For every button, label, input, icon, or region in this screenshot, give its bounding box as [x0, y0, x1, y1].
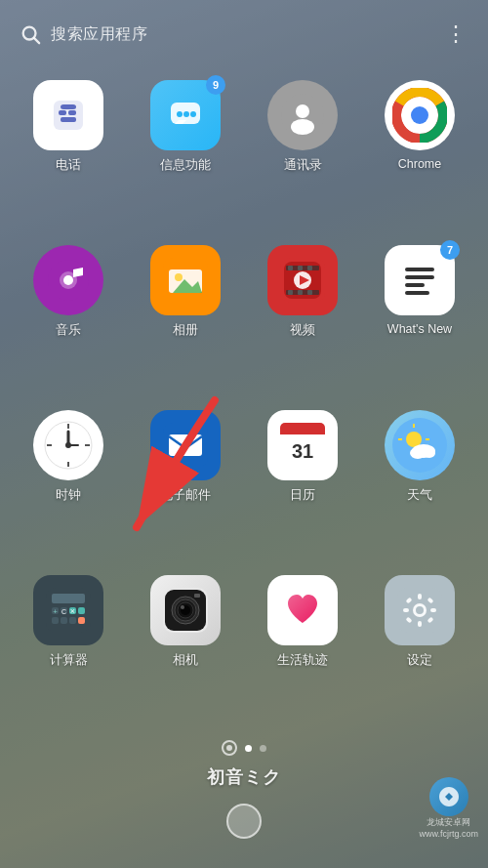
search-dot[interactable]	[222, 740, 237, 756]
svg-rect-87	[194, 594, 200, 598]
app-item-clock[interactable]: 时钟	[10, 400, 127, 565]
svg-text:31: 31	[292, 440, 313, 462]
settings-icon	[385, 575, 455, 645]
svg-rect-31	[298, 266, 303, 270]
svg-rect-56	[280, 429, 325, 434]
app-item-calculator[interactable]: + C × 计算器	[10, 565, 127, 730]
search-placeholder: 搜索应用程序	[51, 24, 147, 45]
svg-point-10	[190, 111, 196, 117]
watermark: 龙城安卓网www.fcjrtg.com	[419, 777, 478, 839]
svg-rect-79	[78, 617, 85, 624]
svg-rect-35	[307, 290, 312, 295]
search-bar[interactable]: 搜索应用程序 ⋮	[0, 8, 488, 61]
svg-point-86	[181, 605, 184, 609]
search-icon	[20, 23, 41, 45]
svg-rect-6	[61, 117, 76, 122]
svg-point-18	[411, 106, 428, 124]
svg-point-21	[63, 275, 73, 285]
email-icon	[150, 410, 221, 480]
svg-rect-41	[405, 283, 425, 287]
app-item-email[interactable]: 电子邮件	[127, 400, 244, 565]
app-item-whatsnew[interactable]: 7 What's New	[361, 235, 478, 400]
app-item-video[interactable]: 视频	[244, 235, 361, 400]
brand-text: 初音ミク	[207, 765, 281, 789]
svg-rect-38	[397, 258, 442, 303]
app-item-chrome[interactable]: Chrome	[361, 70, 478, 235]
chrome-icon	[385, 80, 455, 150]
app-grid: 电话 9 信息功能	[0, 61, 488, 740]
watermark-logo	[429, 777, 468, 816]
page-dot-inactive[interactable]	[260, 745, 266, 752]
svg-rect-93	[418, 621, 422, 627]
svg-rect-33	[288, 290, 293, 295]
music-label: 音乐	[56, 322, 81, 339]
app-item-message[interactable]: 9 信息功能	[127, 70, 244, 235]
svg-rect-34	[298, 290, 303, 295]
weather-label: 天气	[407, 487, 432, 504]
svg-point-9	[183, 111, 189, 117]
watermark-icon	[437, 785, 461, 808]
svg-line-1	[34, 38, 39, 43]
svg-rect-68	[52, 594, 85, 603]
settings-label: 设定	[407, 652, 432, 669]
app-item-phone[interactable]: 电话	[10, 70, 127, 235]
contacts-label: 通讯录	[284, 157, 322, 174]
svg-rect-4	[59, 110, 66, 115]
music-icon	[33, 245, 103, 315]
bottom-navigation: 初音ミク	[0, 740, 488, 868]
camera-icon	[150, 575, 221, 645]
whatsnew-badge: 7	[440, 240, 460, 260]
app-item-album[interactable]: 相册	[127, 235, 244, 400]
svg-point-65	[410, 447, 426, 459]
phone-label: 电话	[56, 157, 81, 174]
clock-label: 时钟	[56, 487, 81, 504]
svg-rect-5	[68, 110, 76, 115]
bottom-home-bar	[207, 799, 281, 848]
life-label: 生活轨迹	[277, 652, 328, 669]
svg-rect-39	[405, 268, 434, 271]
app-item-weather[interactable]: 天气	[361, 400, 478, 565]
svg-rect-92	[418, 594, 422, 599]
svg-rect-77	[61, 617, 67, 624]
svg-text:+: +	[53, 607, 58, 616]
camera-label: 相机	[173, 652, 198, 669]
app-item-contacts[interactable]: 通讯录	[244, 70, 361, 235]
contacts-icon	[267, 80, 338, 150]
app-item-settings[interactable]: 设定	[361, 565, 478, 730]
chrome-label: Chrome	[398, 157, 441, 171]
svg-rect-95	[430, 608, 436, 612]
app-item-music[interactable]: 音乐	[10, 235, 127, 400]
whatsnew-label: What's New	[387, 322, 452, 336]
svg-point-14	[291, 119, 314, 135]
app-item-life[interactable]: 生活轨迹	[244, 565, 361, 730]
svg-text:C: C	[61, 608, 66, 615]
app-item-calendar[interactable]: 31 日历	[244, 400, 361, 565]
app-item-camera[interactable]: 相机	[127, 565, 244, 730]
more-options-button[interactable]: ⋮	[445, 21, 468, 47]
calculator-label: 计算器	[50, 652, 88, 669]
svg-rect-76	[52, 617, 59, 624]
message-badge: 9	[206, 75, 225, 95]
video-label: 视频	[290, 322, 315, 339]
svg-rect-3	[61, 104, 76, 109]
svg-rect-53	[169, 434, 202, 456]
svg-rect-40	[405, 275, 434, 279]
svg-rect-94	[403, 608, 409, 612]
svg-rect-42	[405, 291, 429, 295]
svg-rect-32	[307, 266, 312, 270]
email-label: 电子邮件	[160, 487, 211, 504]
svg-rect-78	[69, 617, 76, 624]
album-label: 相册	[173, 322, 198, 339]
svg-point-24	[175, 273, 183, 281]
home-button[interactable]	[226, 804, 262, 839]
calendar-icon: 31	[267, 410, 338, 480]
life-icon	[267, 575, 338, 645]
svg-point-91	[416, 606, 424, 614]
page-dot-active[interactable]	[245, 745, 252, 752]
watermark-text: 龙城安卓网www.fcjrtg.com	[419, 816, 478, 839]
svg-point-51	[65, 442, 71, 448]
calculator-icon: + C ×	[33, 575, 103, 645]
album-icon	[150, 245, 221, 315]
clock-icon	[33, 410, 103, 480]
svg-text:×: ×	[70, 606, 75, 616]
